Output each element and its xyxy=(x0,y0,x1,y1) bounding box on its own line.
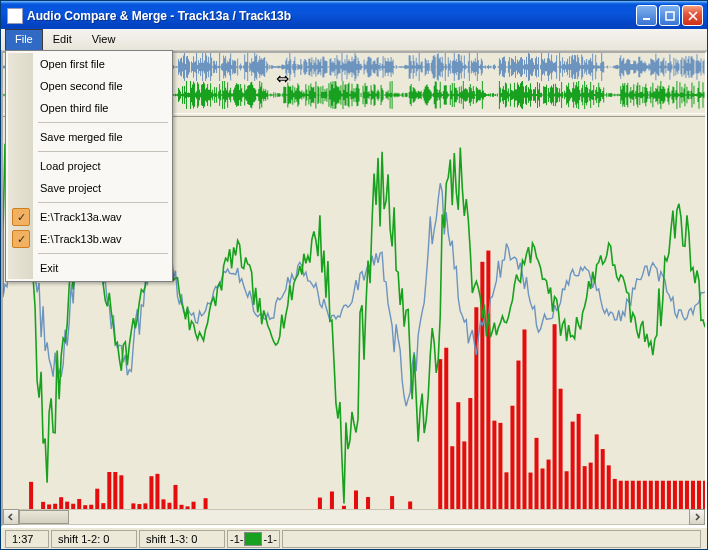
svg-rect-0 xyxy=(643,18,650,20)
scroll-track[interactable] xyxy=(19,509,689,525)
svg-rect-9 xyxy=(65,502,69,509)
menu-recent-a[interactable]: ✓ E:\Track13a.wav xyxy=(8,206,170,228)
svg-rect-72 xyxy=(643,481,647,509)
svg-rect-80 xyxy=(691,481,695,509)
svg-rect-30 xyxy=(204,498,208,509)
svg-rect-43 xyxy=(468,398,472,509)
svg-rect-8 xyxy=(59,497,63,509)
close-icon xyxy=(688,11,698,21)
svg-rect-58 xyxy=(559,389,563,509)
menu-label: E:\Track13a.wav xyxy=(40,211,122,223)
scroll-left-button[interactable] xyxy=(3,509,19,525)
menu-separator xyxy=(38,253,168,254)
window-buttons xyxy=(636,5,703,26)
svg-rect-69 xyxy=(625,481,629,509)
status-swatch-group-left: -1- -1- xyxy=(227,530,280,548)
menu-separator xyxy=(38,122,168,123)
svg-rect-62 xyxy=(583,466,587,509)
menu-open-second[interactable]: Open second file xyxy=(8,75,170,97)
svg-rect-76 xyxy=(667,481,671,509)
svg-rect-41 xyxy=(456,402,460,509)
status-shift13-value: shift 1-3: 0 xyxy=(146,533,197,545)
minimize-button[interactable] xyxy=(636,5,657,26)
svg-rect-16 xyxy=(107,472,111,509)
svg-rect-54 xyxy=(535,438,539,509)
color-swatch-track-b[interactable] xyxy=(244,532,262,546)
svg-rect-11 xyxy=(77,499,81,509)
status-time-value: 1:37 xyxy=(12,533,33,545)
menu-file[interactable]: File xyxy=(5,29,43,50)
svg-rect-66 xyxy=(607,465,611,509)
svg-rect-5 xyxy=(41,502,45,509)
svg-rect-68 xyxy=(619,481,623,509)
svg-rect-37 xyxy=(408,501,412,509)
svg-rect-4 xyxy=(29,482,33,509)
svg-rect-14 xyxy=(95,489,99,509)
svg-rect-24 xyxy=(161,499,165,509)
menu-label: Open third file xyxy=(40,102,108,114)
chevron-left-icon xyxy=(7,513,15,521)
status-shift-12: shift 1-2: 0 xyxy=(51,530,137,548)
status-shift12-value: shift 1-2: 0 xyxy=(58,533,109,545)
svg-rect-36 xyxy=(390,496,394,509)
svg-rect-47 xyxy=(492,421,496,509)
status-slot-right: -1- xyxy=(263,533,276,545)
svg-rect-51 xyxy=(516,361,520,509)
svg-rect-29 xyxy=(192,502,196,509)
menu-label: Load project xyxy=(40,160,101,172)
menu-view[interactable]: View xyxy=(82,29,126,50)
maximize-icon xyxy=(665,11,675,21)
menu-save-project[interactable]: Save project xyxy=(8,177,170,199)
svg-rect-46 xyxy=(486,251,490,509)
menu-edit[interactable]: Edit xyxy=(43,29,82,50)
minimize-icon xyxy=(642,11,652,21)
app-window: Audio Compare & Merge - Track13a / Track… xyxy=(0,0,708,550)
close-button[interactable] xyxy=(682,5,703,26)
svg-rect-1 xyxy=(666,12,674,20)
svg-rect-59 xyxy=(565,471,569,509)
svg-rect-31 xyxy=(318,498,322,509)
svg-rect-38 xyxy=(438,359,442,509)
svg-rect-48 xyxy=(498,423,502,509)
menu-open-first[interactable]: Open first file xyxy=(8,53,170,75)
titlebar[interactable]: Audio Compare & Merge - Track13a / Track… xyxy=(1,1,707,29)
window-title: Audio Compare & Merge - Track13a / Track… xyxy=(27,9,636,23)
svg-rect-57 xyxy=(553,324,557,509)
status-time: 1:37 xyxy=(5,530,49,548)
file-dropdown: Open first file Open second file Open th… xyxy=(5,50,173,282)
menu-label: Open first file xyxy=(40,58,105,70)
status-spacer xyxy=(282,530,701,548)
svg-rect-70 xyxy=(631,481,635,509)
svg-rect-81 xyxy=(697,481,701,509)
menu-label: Exit xyxy=(40,262,58,274)
svg-rect-74 xyxy=(655,481,659,509)
menu-label: Save project xyxy=(40,182,101,194)
menu-label: Open second file xyxy=(40,80,123,92)
maximize-button[interactable] xyxy=(659,5,680,26)
svg-rect-23 xyxy=(155,474,159,509)
svg-rect-55 xyxy=(541,469,545,509)
svg-rect-22 xyxy=(149,476,153,509)
scroll-right-button[interactable] xyxy=(689,509,705,525)
menu-load-project[interactable]: Load project xyxy=(8,155,170,177)
svg-rect-64 xyxy=(595,434,599,509)
svg-rect-35 xyxy=(366,497,370,509)
menu-recent-b[interactable]: ✓ E:\Track13b.wav xyxy=(8,228,170,250)
svg-rect-75 xyxy=(661,481,665,509)
menu-separator xyxy=(38,151,168,152)
svg-rect-26 xyxy=(173,485,177,509)
horizontal-scrollbar[interactable] xyxy=(3,509,705,525)
svg-rect-77 xyxy=(673,481,677,509)
svg-rect-67 xyxy=(613,479,617,509)
menu-save-merged[interactable]: Save merged file xyxy=(8,126,170,148)
menu-open-third[interactable]: Open third file xyxy=(8,97,170,119)
app-icon xyxy=(7,8,23,24)
svg-rect-78 xyxy=(679,481,683,509)
svg-rect-34 xyxy=(354,490,358,509)
menubar: File Edit View Open first file Open seco… xyxy=(1,29,707,51)
menu-exit[interactable]: Exit xyxy=(8,257,170,279)
svg-rect-52 xyxy=(522,329,526,509)
menu-separator xyxy=(38,202,168,203)
scroll-thumb[interactable] xyxy=(19,510,69,524)
svg-rect-17 xyxy=(113,472,117,509)
